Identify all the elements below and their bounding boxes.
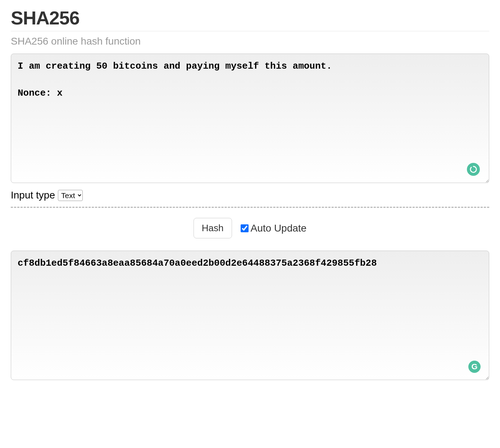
title-divider — [11, 31, 489, 31]
section-divider — [11, 207, 489, 208]
input-textarea-wrap — [11, 54, 489, 184]
auto-update-control[interactable]: Auto Update — [241, 223, 307, 234]
input-type-select[interactable]: Text — [58, 190, 83, 201]
grammarly-spinner-icon[interactable] — [467, 163, 480, 176]
output-textarea-wrap: G — [11, 251, 489, 381]
input-type-label: Input type — [11, 189, 55, 201]
auto-update-checkbox[interactable] — [241, 224, 249, 232]
page-title: SHA256 — [11, 7, 489, 29]
hash-button[interactable]: Hash — [194, 218, 232, 238]
input-type-row: Input type Text — [11, 189, 489, 201]
auto-update-label: Auto Update — [251, 223, 307, 234]
page-subtitle: SHA256 online hash function — [11, 36, 489, 47]
grammarly-icon[interactable]: G — [468, 361, 481, 373]
output-textarea[interactable] — [11, 251, 489, 380]
controls-row: Hash Auto Update — [11, 218, 489, 238]
input-textarea[interactable] — [11, 54, 489, 183]
